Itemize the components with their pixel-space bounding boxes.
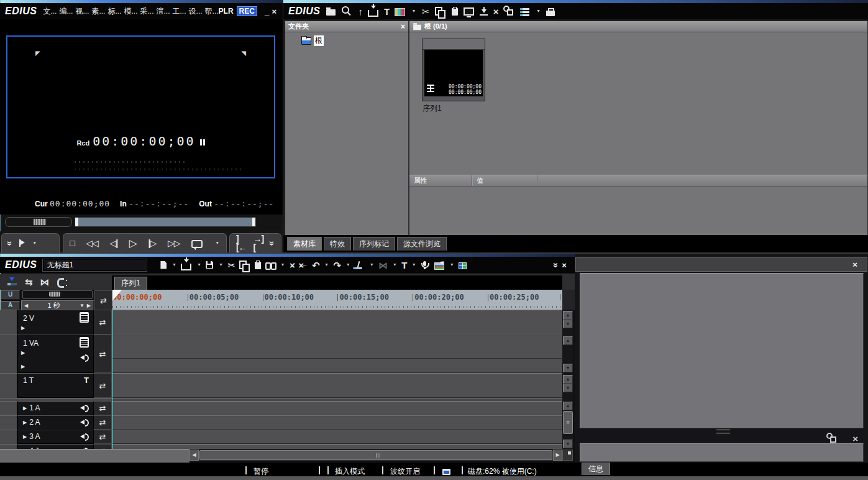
open-folder-icon[interactable]: [326, 4, 336, 18]
colorbars-dropdown[interactable]: ▾: [411, 4, 416, 18]
track-header[interactable]: ▶2 A: [17, 415, 94, 430]
mixer-grid-icon[interactable]: [459, 258, 467, 272]
redo-dropdown[interactable]: ▾: [345, 258, 350, 272]
sequence-clip-card[interactable]: 00:00:00;00 00:00:00;00: [422, 39, 485, 101]
save-icon[interactable]: [206, 258, 213, 272]
scroll-down-button[interactable]: ▼: [563, 320, 573, 328]
export-icon[interactable]: [434, 258, 444, 272]
patch-swap-icon[interactable]: ⇄: [94, 373, 112, 398]
menu-item[interactable]: 渲...: [157, 6, 170, 17]
video-mute-button[interactable]: U: [1, 290, 20, 300]
player-overflow-icon[interactable]: »: [3, 241, 17, 246]
loop-dropdown[interactable]: ▾: [214, 236, 220, 250]
menu-item[interactable]: 文...: [43, 6, 57, 17]
voiceover-mic-icon[interactable]: [421, 258, 430, 272]
goto-in-button[interactable]: ][←: [236, 236, 247, 250]
close-button[interactable]: ×: [270, 7, 278, 16]
patch-swap-icon[interactable]: ⇄: [94, 444, 112, 449]
track-content[interactable]: [112, 310, 562, 335]
menu-item[interactable]: 素...: [91, 6, 105, 17]
title-track-icon[interactable]: T: [84, 376, 89, 385]
menu-item[interactable]: 帮...: [205, 6, 219, 17]
import-icon[interactable]: [368, 4, 378, 18]
expand-arrow-icon[interactable]: ▶: [21, 364, 25, 369]
title-icon[interactable]: T: [401, 258, 406, 272]
ffwd-button[interactable]: ▷▷: [168, 236, 180, 250]
bin-root-folder[interactable]: 根: [301, 35, 324, 46]
track-header[interactable]: ▶3 A: [17, 430, 94, 444]
hscroll-track[interactable]: [199, 450, 553, 460]
track-header[interactable]: 1 TT: [17, 373, 94, 398]
scroll-up-button[interactable]: ▲: [563, 311, 573, 320]
expand-arrow-icon[interactable]: ▶: [21, 350, 25, 356]
add-cut-point-icon[interactable]: [355, 258, 364, 272]
next-frame-button[interactable]: |▷: [148, 236, 157, 250]
timeline-overflow-icon[interactable]: »: [549, 262, 563, 267]
menu-item[interactable]: 采...: [140, 6, 154, 17]
undo-icon[interactable]: ↶: [312, 258, 319, 272]
send-to-monitor-icon[interactable]: [464, 4, 474, 18]
scroll-down-button[interactable]: ▼: [563, 440, 573, 448]
palette-divider-handle[interactable]: [716, 430, 730, 433]
scroll-down-button[interactable]: ▼: [563, 384, 573, 392]
audio-mute-button[interactable]: A: [1, 301, 20, 310]
open-dropdown[interactable]: ▾: [196, 258, 201, 272]
expand-arrow-icon[interactable]: ▶: [23, 420, 27, 425]
bin-tab[interactable]: 序列标记: [353, 237, 395, 251]
timescale-value[interactable]: 1 秒: [30, 301, 77, 310]
position-bar[interactable]: [75, 217, 256, 227]
expand-arrow-icon[interactable]: ▶: [23, 434, 27, 440]
cut-dropdown[interactable]: ▾: [368, 258, 374, 272]
inout-duplicate-icon[interactable]: [265, 258, 275, 272]
track-gutter[interactable]: [0, 310, 17, 335]
track-content[interactable]: [112, 415, 562, 430]
insert-mode-icon[interactable]: [7, 275, 17, 288]
patch-header-cell[interactable]: ⇄: [94, 290, 112, 310]
track-gutter[interactable]: [0, 401, 17, 415]
patch-swap-icon[interactable]: ⇄: [94, 335, 112, 373]
new-dropdown[interactable]: ▾: [171, 258, 176, 272]
loop-button[interactable]: [191, 236, 203, 250]
track-gutter[interactable]: [0, 335, 17, 373]
scroll-up-button[interactable]: ▲: [563, 375, 573, 384]
paste-icon[interactable]: [452, 4, 458, 18]
view-mode-icon[interactable]: [520, 4, 529, 18]
track-content[interactable]: [112, 430, 562, 444]
menu-item[interactable]: 标...: [107, 6, 121, 17]
close-icon[interactable]: ×: [852, 433, 858, 444]
resize-corner[interactable]: [562, 450, 573, 461]
open-project-icon[interactable]: [181, 258, 191, 272]
track-gutter[interactable]: [0, 430, 17, 444]
scrollbar-thumb[interactable]: ≡: [563, 411, 573, 434]
patch-swap-icon[interactable]: ⇄: [94, 430, 112, 444]
player-overflow2-icon[interactable]: »: [266, 241, 280, 246]
track-gutter[interactable]: [0, 444, 17, 449]
speaker-icon[interactable]: [80, 351, 89, 362]
minimize-button[interactable]: _: [263, 7, 271, 16]
prev-frame-button[interactable]: ◁|: [109, 236, 117, 250]
timeline-hscrollbar[interactable]: ◀ ▶: [190, 450, 562, 461]
delete-inout-icon[interactable]: ×←: [298, 258, 308, 272]
timescale-slider[interactable]: [22, 290, 93, 299]
expand-arrow-icon[interactable]: ▶: [21, 325, 25, 331]
shuttle-thumb[interactable]: [33, 218, 47, 226]
view-dropdown[interactable]: ▾: [535, 4, 541, 18]
menu-item[interactable]: 工...: [173, 6, 186, 17]
plr-mode-button[interactable]: PLR: [219, 7, 234, 16]
value-column-header[interactable]: 值: [472, 175, 537, 186]
colorbars-icon[interactable]: [395, 4, 405, 18]
folder-panel-close-icon[interactable]: ×: [401, 22, 405, 31]
track-content[interactable]: [112, 335, 562, 373]
hscroll-right-icon[interactable]: ▶: [553, 450, 562, 461]
marker-flag-icon[interactable]: [19, 236, 25, 250]
rec-mode-button[interactable]: REC: [237, 6, 257, 16]
playhead-marker[interactable]: [112, 290, 122, 301]
scroll-down-button[interactable]: ▼: [563, 364, 573, 372]
export-dropdown[interactable]: ▾: [449, 258, 454, 272]
timeline-ruler[interactable]: 00:00:00;0000:00:05;0000:00:10;0000:00:1…: [112, 290, 562, 310]
speaker-icon[interactable]: [80, 404, 89, 412]
ripple-delete-icon[interactable]: ×∕: [290, 258, 294, 272]
transition-dropdown[interactable]: ▾: [391, 258, 397, 272]
scroll-up-button[interactable]: ▲: [563, 402, 573, 410]
menu-item[interactable]: 编...: [59, 6, 73, 17]
